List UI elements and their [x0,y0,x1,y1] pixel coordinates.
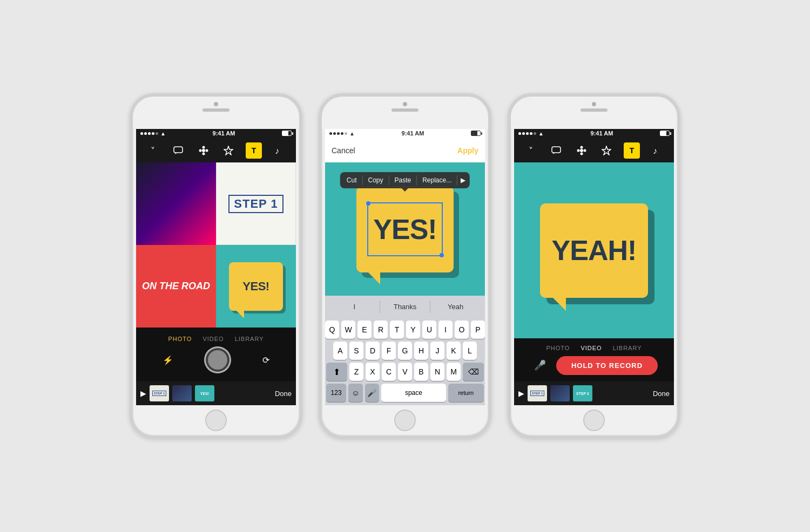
key-r[interactable]: R [374,320,388,339]
film-thumb-3-step1[interactable]: STEP 1 [528,385,547,401]
film-thumb-road[interactable] [172,385,192,401]
status-time-2: 9:41 AM [402,130,424,137]
key-e[interactable]: E [357,320,372,339]
key-space[interactable]: space [381,384,446,402]
battery-icon-1 [282,131,292,136]
autocorrect-word-2[interactable]: Thanks [380,301,431,313]
speech-bubble-icon-3[interactable] [548,142,564,159]
key-123[interactable]: 123 [326,384,346,402]
phone-2-top [392,102,418,112]
play-button-1[interactable]: ▶ [140,389,146,398]
key-i[interactable]: I [438,320,453,339]
cancel-button[interactable]: Cancel [332,146,355,155]
flower-icon[interactable] [195,142,212,159]
shutter-button[interactable] [204,346,231,373]
music-icon[interactable]: ♪ [271,142,287,159]
key-return[interactable]: return [448,384,484,402]
p3-video-tab[interactable]: VIDEO [580,345,602,351]
text-icon-3[interactable]: T [624,142,640,159]
delete-key[interactable]: ⌫ [463,363,484,381]
battery-fill-3 [660,131,666,135]
flip-camera-icon[interactable]: ⟳ [262,355,269,365]
flower-icon-3[interactable] [573,142,590,159]
key-c[interactable]: C [382,363,396,381]
autocorrect-word-1[interactable]: I [329,301,380,313]
key-s[interactable]: S [349,342,363,360]
key-x[interactable]: X [366,363,380,381]
signal-dot-2-5 [345,132,347,135]
key-mic[interactable]: 🎤 [365,384,380,402]
cut-button[interactable]: Cut [341,175,363,185]
yes-editing-text[interactable]: YES! [373,213,436,245]
apply-button[interactable]: Apply [457,146,478,155]
film-thumb-step2[interactable]: YES! [195,385,214,401]
template-cell-diagonal[interactable] [136,162,216,245]
selection-handle-br[interactable] [440,253,444,257]
svg-text:♪: ♪ [653,146,657,155]
key-j[interactable]: J [430,342,444,360]
key-d[interactable]: D [366,342,380,360]
library-tab[interactable]: LIBRARY [235,336,264,342]
text-icon[interactable]: T [246,142,262,159]
key-z[interactable]: Z [349,363,363,381]
key-row-2: A S D F G H J K L [326,342,484,360]
key-t[interactable]: T [390,320,404,339]
key-u[interactable]: U [422,320,436,339]
home-button-2[interactable] [394,410,416,431]
done-button-3[interactable]: Done [653,390,670,398]
p3-photo-tab[interactable]: PHOTO [546,345,570,351]
star-icon-3[interactable] [598,142,615,159]
key-f[interactable]: F [382,342,396,360]
copy-button[interactable]: Copy [362,175,389,185]
chevron-down-icon-3[interactable]: ˅ [523,142,539,159]
hold-to-record-button[interactable]: HOLD TO RECORD [556,356,658,375]
key-q[interactable]: Q [325,320,339,339]
play-button-3[interactable]: ▶ [518,389,524,398]
step1-text: STEP 1 [228,195,283,213]
film-thumb-3-road[interactable] [550,385,570,401]
shutter-inner [208,350,227,370]
filmstrip-3: ▶ STEP 1 STEP 2 Done [514,381,674,405]
music-icon-3[interactable]: ♪ [649,142,665,159]
key-emoji[interactable]: ☺ [348,384,363,402]
key-o[interactable]: O [455,320,469,339]
home-button-3[interactable] [583,410,605,431]
phone-1: ▲ 9:41 AM ˅ [130,93,302,439]
key-b[interactable]: B [414,363,428,381]
replace-button[interactable]: Replace... [417,175,457,185]
done-button-1[interactable]: Done [275,390,292,398]
context-menu-arrow[interactable]: ▶ [457,175,469,185]
template-cell-step1[interactable]: STEP 1 [216,162,296,245]
autocorrect-word-3[interactable]: Yeah [430,301,481,313]
paste-button[interactable]: Paste [389,175,417,185]
film-thumb-3-step2[interactable]: STEP 2 [573,385,592,401]
star-icon[interactable] [220,142,237,159]
shift-key[interactable]: ⬆ [326,363,347,381]
flash-icon[interactable]: ⚡ [163,355,173,365]
speech-bubble-icon[interactable] [170,142,186,159]
home-button-1[interactable] [205,410,227,431]
yes-text: YES! [242,279,269,294]
key-m[interactable]: M [447,363,461,381]
yes-bubble-editing[interactable]: YES! [356,186,454,272]
template-cell-yes[interactable]: YES! [216,245,296,328]
selection-handle-tl[interactable] [366,201,370,206]
battery-area-2 [471,131,481,136]
film-thumb-step1[interactable]: STEP 1 [150,385,169,401]
key-a[interactable]: A [333,342,347,360]
photo-tab[interactable]: PHOTO [168,336,192,342]
key-l[interactable]: L [463,342,477,360]
key-g[interactable]: G [398,342,412,360]
p3-library-tab[interactable]: LIBRARY [613,345,642,351]
key-y[interactable]: Y [406,320,420,339]
key-w[interactable]: W [341,320,355,339]
key-n[interactable]: N [430,363,444,381]
key-v[interactable]: V [398,363,412,381]
template-cell-road[interactable]: ON THE ROAD [136,245,216,328]
video-tab[interactable]: VIDEO [202,336,224,342]
microphone-icon[interactable]: 🎤 [530,356,550,375]
key-k[interactable]: K [447,342,461,360]
key-h[interactable]: H [414,342,428,360]
key-p[interactable]: P [471,320,485,339]
chevron-down-icon[interactable]: ˅ [145,142,161,159]
